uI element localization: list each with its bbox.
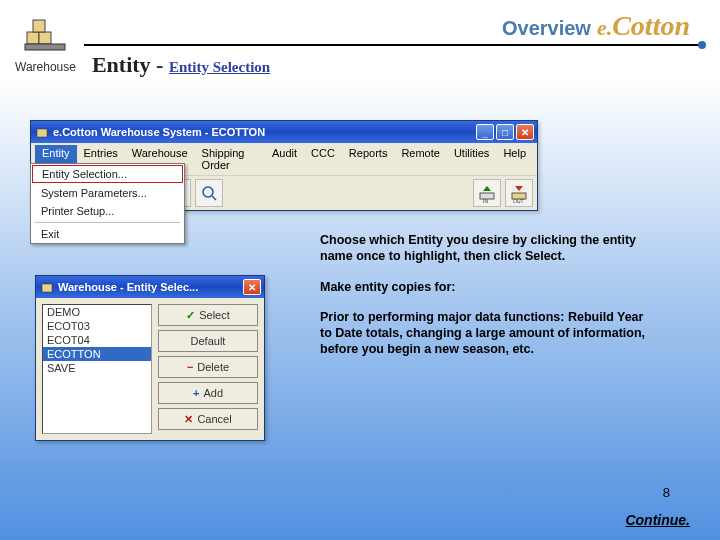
close-button[interactable]: ✕ <box>516 124 534 140</box>
svg-marker-27 <box>515 186 523 191</box>
dialog-titlebar[interactable]: Warehouse - Entity Selec... ✕ <box>36 276 264 298</box>
entity-row[interactable]: SAVE <box>43 361 151 375</box>
svg-rect-1 <box>39 32 51 44</box>
svg-rect-29 <box>42 284 52 292</box>
toolbar-btn-6[interactable] <box>195 179 223 207</box>
brand-row: Overview e.Cotton <box>84 10 700 42</box>
menu-shipping-order[interactable]: Shipping Order <box>195 145 265 173</box>
dropdown-entity-selection[interactable]: Entity Selection... <box>32 165 183 183</box>
toolbar-btn-in[interactable]: IN <box>473 179 501 207</box>
menu-reports[interactable]: Reports <box>342 145 395 173</box>
add-button[interactable]: +Add <box>158 382 258 404</box>
dropdown-exit[interactable]: Exit <box>31 225 184 243</box>
cancel-button[interactable]: ✕Cancel <box>158 408 258 430</box>
instructions-block: Choose which Entity you desire by clicki… <box>320 232 650 372</box>
instruction-p1: Choose which Entity you desire by clicki… <box>320 232 650 265</box>
menu-utilities[interactable]: Utilities <box>447 145 496 173</box>
toolbar-btn-out[interactable]: OUT <box>505 179 533 207</box>
select-button[interactable]: ✓Select <box>158 304 258 326</box>
dialog-icon <box>40 280 54 294</box>
dropdown-system-parameters[interactable]: System Parameters... <box>31 184 184 202</box>
svg-text:OUT: OUT <box>513 198 524 203</box>
maximize-button[interactable]: □ <box>496 124 514 140</box>
titlebar[interactable]: e.Cotton Warehouse System - ECOTTON _ □ … <box>31 121 537 143</box>
warehouse-icon <box>15 10 75 58</box>
overview-text: Overview <box>502 17 591 40</box>
default-button[interactable]: Default <box>158 330 258 352</box>
menu-ccc[interactable]: CCC <box>304 145 342 173</box>
page-number: 8 <box>663 485 670 500</box>
warehouse-label: Warehouse <box>15 60 76 74</box>
minimize-button[interactable]: _ <box>476 124 494 140</box>
svg-rect-2 <box>33 20 45 32</box>
entity-row[interactable]: ECOT03 <box>43 319 151 333</box>
svg-line-22 <box>212 196 216 200</box>
delete-button[interactable]: −Delete <box>158 356 258 378</box>
entity-row[interactable]: ECOTTON <box>43 347 151 361</box>
instruction-p3: Prior to performing major data functions… <box>320 309 650 358</box>
warehouse-block: Warehouse <box>15 10 76 74</box>
instruction-p2: Make entity copies for: <box>320 279 650 295</box>
menu-audit[interactable]: Audit <box>265 145 304 173</box>
dialog-close-button[interactable]: ✕ <box>243 279 261 295</box>
svg-rect-3 <box>25 44 65 50</box>
svg-text:IN: IN <box>483 198 488 203</box>
app-icon <box>35 125 49 139</box>
dialog-title: Warehouse - Entity Selec... <box>58 281 243 293</box>
window-title: e.Cotton Warehouse System - ECOTTON <box>53 126 476 138</box>
svg-marker-24 <box>483 186 491 191</box>
svg-point-21 <box>203 187 213 197</box>
continue-link[interactable]: Continue. <box>625 512 690 528</box>
plus-icon: + <box>193 387 199 399</box>
entity-row[interactable]: DEMO <box>43 305 151 319</box>
dropdown-printer-setup[interactable]: Printer Setup... <box>31 202 184 220</box>
entity-listbox[interactable]: DEMO ECOT03 ECOT04 ECOTTON SAVE <box>42 304 152 434</box>
entity-row[interactable]: ECOT04 <box>43 333 151 347</box>
svg-rect-0 <box>27 32 39 44</box>
entity-selection-dialog: Warehouse - Entity Selec... ✕ DEMO ECOT0… <box>35 275 265 441</box>
menu-remote[interactable]: Remote <box>394 145 447 173</box>
menu-help[interactable]: Help <box>496 145 533 173</box>
divider-line <box>84 44 700 46</box>
x-icon: ✕ <box>184 413 193 426</box>
entity-dropdown: Entity Selection... System Parameters...… <box>30 163 185 244</box>
check-icon: ✓ <box>186 309 195 322</box>
brand-logo: e.Cotton <box>597 10 690 42</box>
minus-icon: − <box>187 361 193 373</box>
svg-rect-4 <box>37 129 47 137</box>
page-heading: Entity - Entity Selection <box>92 52 700 78</box>
dropdown-separator <box>35 222 180 223</box>
